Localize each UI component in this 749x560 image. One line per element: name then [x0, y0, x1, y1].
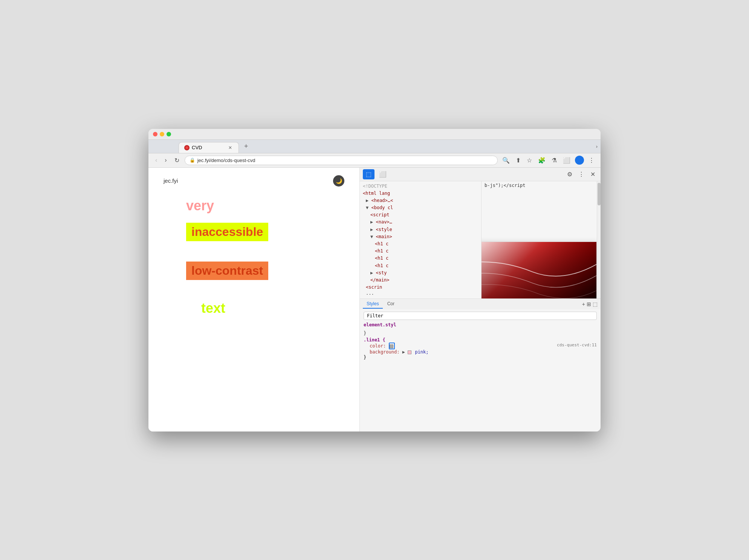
webpage-area: jec.fyi 🌙 very inaccessible low-contrast…	[148, 168, 359, 431]
html-style2[interactable]: ▶ <sty	[363, 269, 478, 277]
css-color-prop: color: cds-quest-cvd:11	[364, 343, 597, 349]
styles-panel: Filter element.styl } .line1 { color: cd…	[360, 309, 601, 431]
css-background-prop: background: ▶ pink;	[364, 349, 597, 355]
close-window-button[interactable]	[153, 132, 157, 136]
maximize-window-button[interactable]	[167, 132, 171, 136]
element-style-selector: element.styl	[364, 322, 396, 327]
html-body[interactable]: ▼ <body cl	[363, 204, 478, 211]
add-style-button[interactable]: +	[582, 301, 585, 307]
bottom-tab-actions: + ⊞ ⬚	[582, 301, 598, 307]
css-element-style: element.styl	[364, 322, 597, 327]
css-background-label: background:	[370, 349, 399, 355]
bottom-tabs: Styles Cor + ⊞ ⬚	[360, 298, 601, 309]
html-element[interactable]: <html lang	[363, 190, 478, 197]
gradient-curve-svg	[482, 242, 596, 299]
site-header: jec.fyi 🌙	[164, 175, 344, 187]
html-script2[interactable]: <scrin	[363, 284, 478, 291]
extension-button[interactable]: 🧩	[537, 156, 547, 165]
scrollbar-thumb[interactable]	[598, 183, 601, 205]
html-style[interactable]: ▶ <style	[363, 226, 478, 233]
main-content: jec.fyi 🌙 very inaccessible low-contrast…	[148, 168, 601, 431]
tab-bar: CVD ✕ + ›	[148, 140, 601, 153]
dark-mode-button[interactable]: 🌙	[333, 175, 344, 187]
reload-button[interactable]: ↻	[172, 156, 182, 165]
html-main[interactable]: ▼ <main>	[363, 233, 478, 240]
tab-computed[interactable]: Cor	[384, 300, 398, 309]
color-inline-swatch[interactable]	[390, 344, 393, 348]
new-stylesheet-button[interactable]: ⊞	[587, 301, 591, 307]
devtools-more-button[interactable]: ⋮	[576, 169, 587, 179]
html-h1-3[interactable]: <h1 c	[363, 255, 478, 262]
minimize-window-button[interactable]	[160, 132, 164, 136]
new-tab-button[interactable]: +	[240, 142, 252, 150]
html-dots[interactable]: ···	[363, 291, 478, 298]
tab-styles[interactable]: Styles	[363, 300, 383, 309]
css-color-swatch-selected[interactable]	[389, 343, 395, 349]
demo-text-inaccessible: inaccessible	[186, 223, 268, 241]
css-background-caret[interactable]: ▶	[402, 349, 405, 355]
filter-row: Filter	[364, 312, 597, 320]
html-head[interactable]: ▶ <head>…<	[363, 197, 478, 204]
css-closing-brace: }	[364, 355, 597, 360]
html-h1-2[interactable]: <h1 c	[363, 248, 478, 255]
back-button[interactable]: ‹	[153, 156, 159, 164]
forward-button[interactable]: ›	[162, 156, 169, 164]
lab-button[interactable]: ⚗	[550, 156, 558, 165]
html-h1-4[interactable]: <h1 c	[363, 262, 478, 269]
css-brace-open: }	[364, 330, 597, 336]
html-doctype: <!DOCTYPE	[363, 183, 478, 190]
css-pink-value: pink;	[415, 349, 428, 355]
devtools-settings-button[interactable]: ⚙	[565, 169, 575, 179]
devtools-close-button[interactable]: ✕	[588, 169, 598, 179]
css-line1-rule: .line1 { color: cds-quest-cvd:11 backgro…	[364, 337, 597, 360]
avatar-button[interactable]	[575, 156, 584, 165]
share-button[interactable]: ⬆	[514, 156, 522, 165]
bookmark-button[interactable]: ☆	[525, 156, 533, 165]
filter-label: Filter	[367, 313, 383, 318]
html-nav[interactable]: ▶ <nav>…	[363, 219, 478, 226]
demo-text-very: very	[186, 198, 214, 213]
html-script[interactable]: <script	[363, 211, 478, 219]
tab-cvd[interactable]: CVD ✕	[179, 142, 239, 153]
url-bar: ‹ › ↻ 🔒 jec.fyi/demo/cds-quest-cvd 🔍 ⬆ ☆…	[148, 153, 601, 168]
html-right-content: b-js");</script	[485, 183, 525, 188]
demo-text-lowcontrast: low-contrast	[186, 262, 268, 280]
color-gradient-canvas[interactable]	[482, 242, 596, 299]
css-line1-selector: .line1 {	[364, 337, 385, 343]
lock-icon: 🔒	[190, 158, 195, 163]
mac-window: CVD ✕ + › ‹ › ↻ 🔒 jec.fyi/demo/cds-quest…	[148, 129, 601, 431]
demo-text-text: text	[201, 300, 225, 316]
color-picker-popup: 💉	[482, 242, 597, 299]
devtools-right-content: 💉	[482, 181, 597, 299]
responsive-mode-button[interactable]: ⬜	[376, 169, 390, 179]
sidebar-button[interactable]: ⬜	[561, 156, 572, 165]
tab-favicon-icon	[184, 145, 190, 150]
url-field[interactable]: 🔒 jec.fyi/demo/cds-quest-cvd	[185, 156, 498, 165]
css-color-label: color:	[370, 343, 386, 349]
devtools-toolbar: ⬚ ⬜ ⚙ ⋮ ✕	[360, 168, 601, 181]
title-bar	[148, 129, 601, 140]
css-pink-swatch[interactable]	[408, 350, 411, 354]
url-actions: 🔍 ⬆ ☆ 🧩 ⚗ ⬜ ⋮	[501, 156, 596, 165]
inspect-element-button[interactable]: ⬚	[363, 169, 374, 179]
html-tree: <!DOCTYPE <html lang ▶ <head>…< ▼ <body …	[360, 181, 482, 299]
devtools-panel: ⬚ ⬜ ⚙ ⋮ ✕ <!DOCTYPE <html lang ▶ <head>……	[359, 168, 601, 431]
toggle-sidebar-button[interactable]: ⬚	[593, 301, 598, 307]
site-title: jec.fyi	[164, 177, 178, 184]
traffic-lights	[153, 132, 171, 136]
filter-input[interactable]	[385, 313, 593, 318]
css-source-link[interactable]: cds-quest-cvd:11	[557, 343, 597, 347]
html-main-close: </main>	[363, 277, 478, 284]
search-button[interactable]: 🔍	[501, 156, 511, 165]
tab-more-button[interactable]: ›	[596, 144, 598, 149]
devtools-scrollbar[interactable]	[597, 181, 601, 299]
tab-title: CVD	[192, 145, 202, 150]
html-h1-1[interactable]: <h1 c	[363, 240, 478, 248]
tab-close-button[interactable]: ✕	[227, 145, 233, 151]
menu-button[interactable]: ⋮	[587, 156, 596, 165]
html-right-text: b-js");</script	[482, 181, 597, 190]
url-text: jec.fyi/demo/cds-quest-cvd	[197, 158, 255, 163]
